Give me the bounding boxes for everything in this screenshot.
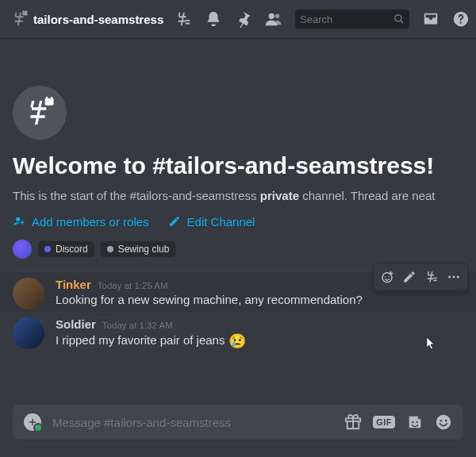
channel-actions: Add members or roles Edit Channel: [13, 215, 463, 228]
mouse-cursor: [427, 337, 436, 351]
svg-point-13: [457, 275, 459, 278]
svg-point-3: [275, 14, 280, 18]
sticker-icon[interactable]: [406, 413, 424, 431]
edit-channel-button[interactable]: Edit Channel: [168, 215, 255, 228]
message-input[interactable]: Message #tailors-and-seamstress GIF: [13, 405, 463, 440]
gift-icon[interactable]: [344, 413, 362, 431]
inbox-icon[interactable]: [422, 10, 440, 28]
svg-point-6: [460, 21, 462, 23]
pencil-icon: [168, 215, 181, 228]
gif-button[interactable]: GIF: [373, 416, 395, 428]
welcome-subtitle: This is the start of the #tailors-and-se…: [13, 187, 463, 204]
channel-tags: Discord Sewing club: [13, 240, 463, 259]
svg-point-12: [453, 275, 455, 278]
avatar[interactable]: [13, 278, 44, 309]
channel-header: tailors-and-seamstress Search: [0, 0, 476, 38]
message-toolbar: [373, 263, 468, 291]
svg-point-14: [412, 421, 413, 423]
channel-welcome-icon: [13, 86, 67, 140]
cry-emoji: 😢: [228, 333, 246, 349]
person-plus-icon: [13, 215, 25, 228]
search-icon: [393, 13, 405, 25]
search-placeholder: Search: [300, 13, 390, 25]
message[interactable]: Tinker Today at 1:25 AM Looking for a ne…: [0, 272, 476, 312]
timestamp: Today at 1:25 AM: [98, 281, 168, 290]
svg-point-2: [269, 13, 274, 19]
input-placeholder: Message #tailors-and-seamstress: [52, 416, 333, 429]
svg-point-16: [436, 415, 451, 429]
svg-point-11: [448, 275, 451, 278]
more-icon[interactable]: [443, 266, 465, 288]
threads-icon[interactable]: [175, 10, 192, 28]
svg-point-15: [416, 421, 418, 423]
dot-icon: [44, 246, 51, 252]
add-members-button[interactable]: Add members or roles: [13, 215, 149, 228]
avatar[interactable]: [13, 317, 44, 349]
edit-message-icon[interactable]: [398, 266, 420, 288]
attach-button[interactable]: [24, 413, 41, 431]
channel-name: tailors-and-seamstress: [33, 13, 163, 26]
pinned-icon[interactable]: [235, 10, 252, 28]
emoji-icon[interactable]: [435, 413, 452, 431]
message-scroll[interactable]: Welcome to #tailors-and-seamstress! This…: [0, 38, 476, 405]
members-icon[interactable]: [265, 10, 282, 28]
svg-point-17: [440, 420, 443, 422]
dot-icon: [107, 246, 113, 252]
channel-title: tailors-and-seamstress: [11, 10, 163, 28]
message-input-row: Message #tailors-and-seamstress GIF: [0, 405, 476, 457]
username[interactable]: Tinker: [56, 278, 91, 291]
chip-sewing[interactable]: Sewing club: [101, 241, 176, 257]
timestamp: Today at 1:32 AM: [102, 321, 173, 330]
header-toolbar: Search: [175, 10, 470, 29]
create-thread-icon[interactable]: [420, 266, 443, 288]
message[interactable]: Soldier Today at 1:32 AM I ripped my fav…: [13, 312, 463, 353]
help-icon[interactable]: [452, 10, 470, 28]
welcome-title: Welcome to #tailors-and-seamstress!: [13, 151, 463, 181]
svg-point-4: [395, 15, 401, 21]
username[interactable]: Soldier: [56, 317, 96, 331]
main-area: Welcome to #tailors-and-seamstress! This…: [0, 38, 476, 457]
message-text: Looking for a new sewing machine, any re…: [56, 292, 463, 308]
message-text: I ripped my favorite pair of jeans 😢: [56, 332, 463, 351]
notifications-icon[interactable]: [205, 10, 222, 28]
search-input[interactable]: Search: [295, 10, 409, 29]
chip-discord[interactable]: Discord: [38, 241, 94, 257]
svg-point-9: [16, 217, 20, 221]
bot-avatar[interactable]: [13, 240, 32, 259]
svg-point-18: [445, 420, 447, 422]
hash-lock-icon: [11, 10, 29, 28]
add-reaction-icon[interactable]: [376, 266, 398, 288]
